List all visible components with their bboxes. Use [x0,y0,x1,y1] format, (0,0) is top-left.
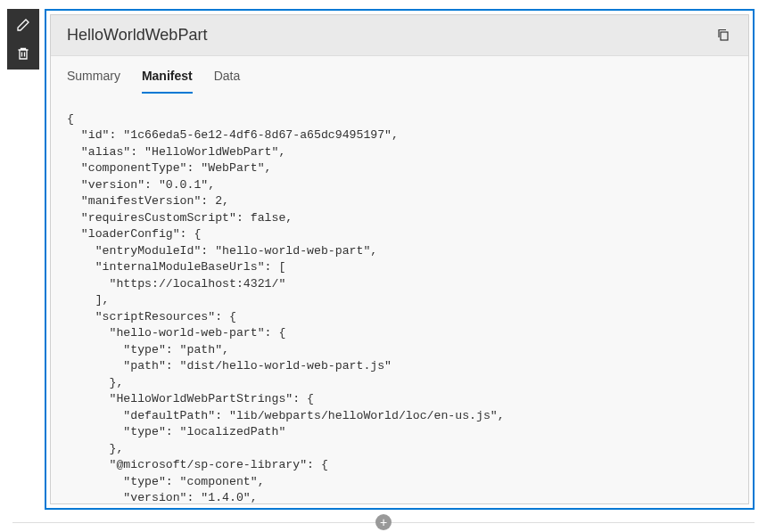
tab-summary[interactable]: Summary [67,69,120,94]
tab-bar: Summary Manifest Data [51,56,748,94]
copy-icon [716,28,730,42]
copy-button[interactable] [716,28,732,44]
panel-title: HelloWorldWebPart [67,26,207,45]
delete-button[interactable] [14,45,32,62]
trash-icon [16,46,30,61]
panel-header: HelloWorldWebPart [51,15,748,56]
tab-manifest[interactable]: Manifest [142,69,193,94]
panel-inner: HelloWorldWebPart Summary Manifest Data … [50,14,749,504]
pencil-icon [16,18,30,32]
manifest-code: { "id": "1c66eda5-6e12-4df6-8d67-a65dc94… [51,94,748,503]
add-section-button[interactable]: + [375,514,392,530]
plus-icon: + [380,515,387,529]
tab-data[interactable]: Data [214,69,241,94]
edit-button[interactable] [14,16,32,34]
edit-toolbar [7,9,39,70]
webpart-panel: HelloWorldWebPart Summary Manifest Data … [45,9,755,510]
svg-rect-0 [721,32,728,40]
